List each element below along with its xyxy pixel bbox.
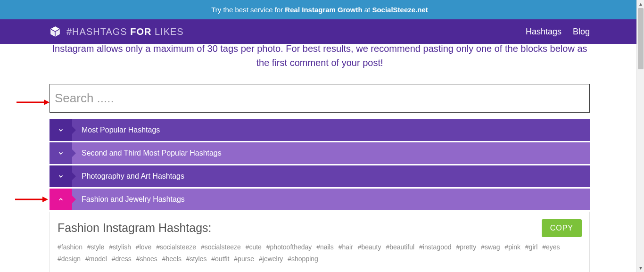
hashtag-list: #fashion #style #stylish #love #socialst… <box>58 241 582 265</box>
chevron-up-icon <box>58 196 64 203</box>
accordion-item-most-popular[interactable]: Most Popular Hashtags <box>50 119 590 141</box>
scroll-thumb[interactable] <box>638 8 644 69</box>
accordion-toggle[interactable] <box>50 119 72 141</box>
accordion-label: Most Popular Hashtags <box>72 119 590 141</box>
accordion: Most Popular Hashtags Second and Third M… <box>50 119 590 272</box>
nav-links: Hashtags Blog <box>526 27 590 37</box>
logo-text: #HASHTAGS FOR LIKES <box>66 26 184 37</box>
chevron-down-icon <box>58 173 64 180</box>
banner-mid: at <box>363 6 372 14</box>
promo-banner[interactable]: Try the best service for Real Instagram … <box>0 0 639 19</box>
svg-marker-3 <box>42 197 48 202</box>
accordion-toggle[interactable] <box>50 165 72 187</box>
accordion-item-second-third[interactable]: Second and Third Most Popular Hashtags <box>50 142 590 164</box>
scroll-down-arrow[interactable]: ▼ <box>637 264 644 272</box>
cube-icon <box>50 26 61 37</box>
accordion-body-fashion: COPY Fashion Instagram Hashtags: #fashio… <box>50 212 590 272</box>
annotation-arrow <box>15 195 48 204</box>
intro-text: Instagram allows only a maximum of 30 ta… <box>0 41 639 84</box>
banner-bold: Real Instagram Growth <box>285 6 362 14</box>
chevron-down-icon <box>58 127 64 133</box>
banner-prefix: Try the best service for <box>211 6 285 14</box>
nav-hashtags[interactable]: Hashtags <box>526 27 561 37</box>
nav-blog[interactable]: Blog <box>573 27 590 37</box>
chevron-down-icon <box>58 150 64 157</box>
svg-marker-1 <box>44 99 50 105</box>
scrollbar[interactable]: ▲ ▼ <box>636 0 644 272</box>
copy-button[interactable]: COPY <box>542 219 582 237</box>
accordion-item-photography[interactable]: Photography and Art Hashtags <box>50 165 590 187</box>
accordion-label: Photography and Art Hashtags <box>72 165 590 187</box>
accordion-toggle[interactable] <box>50 142 72 164</box>
navbar: #HASHTAGS FOR LIKES Hashtags Blog <box>0 19 639 44</box>
search-input[interactable] <box>50 84 590 113</box>
accordion-item-fashion[interactable]: Fashion and Jewelry Hashtags <box>50 189 590 210</box>
panel-title: Fashion Instagram Hashtags: <box>58 221 582 235</box>
accordion-label: Fashion and Jewelry Hashtags <box>72 189 590 210</box>
annotation-arrow <box>17 98 50 107</box>
scroll-up-arrow[interactable]: ▲ <box>637 0 644 8</box>
banner-site: SocialSteeze.net <box>372 6 428 14</box>
logo[interactable]: #HASHTAGS FOR LIKES <box>50 26 184 37</box>
accordion-toggle[interactable] <box>50 189 72 210</box>
accordion-label: Second and Third Most Popular Hashtags <box>72 142 590 164</box>
